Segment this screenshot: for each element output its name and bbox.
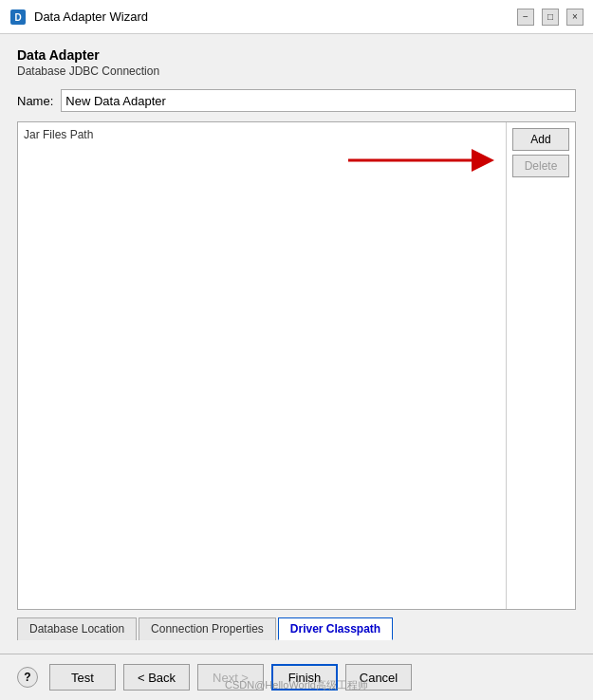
name-input[interactable] <box>61 89 576 112</box>
tab-connection-properties[interactable]: Connection Properties <box>139 617 276 640</box>
tab-driver-classpath[interactable]: Driver Classpath <box>278 617 393 640</box>
add-button[interactable]: Add <box>512 128 569 151</box>
jar-files-area: Jar Files Path Add Delete <box>17 121 576 610</box>
tab-panel-container: Jar Files Path Add Delete <box>17 121 576 640</box>
name-label: Name: <box>17 94 53 108</box>
dialog-body: Data Adapter Database JDBC Connection Na… <box>0 34 593 654</box>
cancel-button[interactable]: Cancel <box>345 664 412 691</box>
close-button[interactable]: × <box>566 9 584 26</box>
section-title: Data Adapter <box>17 47 576 63</box>
tab-database-location[interactable]: Database Location <box>17 617 137 640</box>
minimize-button[interactable]: − <box>517 9 534 26</box>
app-icon: D <box>9 9 27 26</box>
window-controls: − □ × <box>517 9 584 26</box>
next-button[interactable]: Next > <box>197 664 264 691</box>
back-button[interactable]: < Back <box>123 664 190 691</box>
window-title: Data Adapter Wizard <box>34 9 517 24</box>
help-button[interactable]: ? <box>17 667 38 688</box>
section-subtitle: Database JDBC Connection <box>17 64 576 78</box>
jar-files-header: Jar Files Path <box>24 128 500 141</box>
title-bar: D Data Adapter Wizard − □ × <box>0 0 593 34</box>
finish-button[interactable]: Finish <box>271 664 338 691</box>
name-row: Name: <box>17 89 576 112</box>
test-button[interactable]: Test <box>49 664 116 691</box>
jar-files-buttons: Add Delete <box>506 122 575 609</box>
tabs-row: Database Location Connection Properties … <box>17 617 576 640</box>
footer: ? Test < Back Next > Finish Cancel <box>0 654 593 700</box>
jar-files-list: Jar Files Path <box>18 122 506 609</box>
delete-button[interactable]: Delete <box>512 155 569 177</box>
maximize-button[interactable]: □ <box>542 9 559 26</box>
svg-text:D: D <box>14 12 21 23</box>
arrow-annotation <box>348 141 500 179</box>
